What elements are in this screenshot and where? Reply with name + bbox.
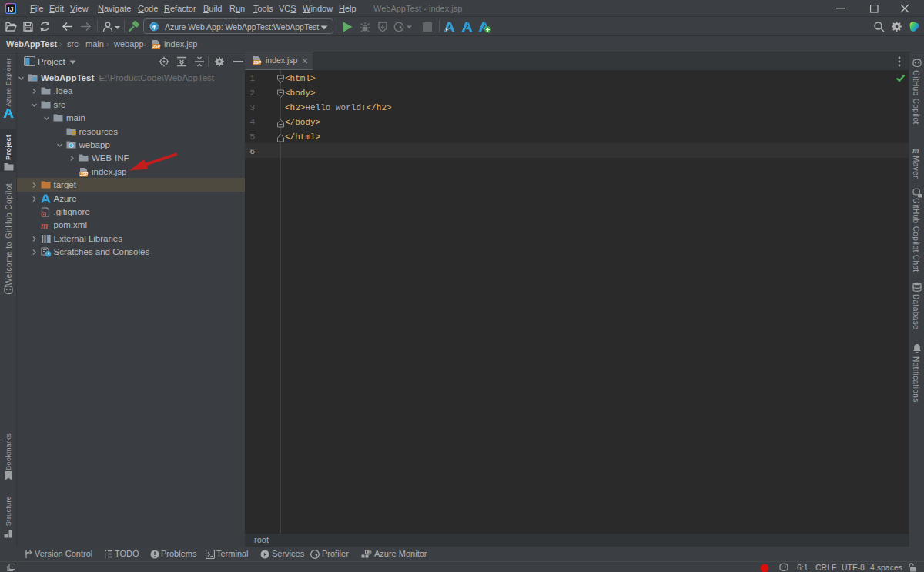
svg-text:JSP: JSP (253, 60, 262, 65)
svg-text:IJ: IJ (8, 5, 14, 13)
svg-text:m: m (41, 220, 48, 229)
svg-text:JSP: JSP (152, 44, 161, 49)
svg-text:m: m (912, 146, 919, 154)
svg-text:JSP: JSP (80, 172, 89, 176)
svg-text:10: 10 (368, 550, 372, 554)
